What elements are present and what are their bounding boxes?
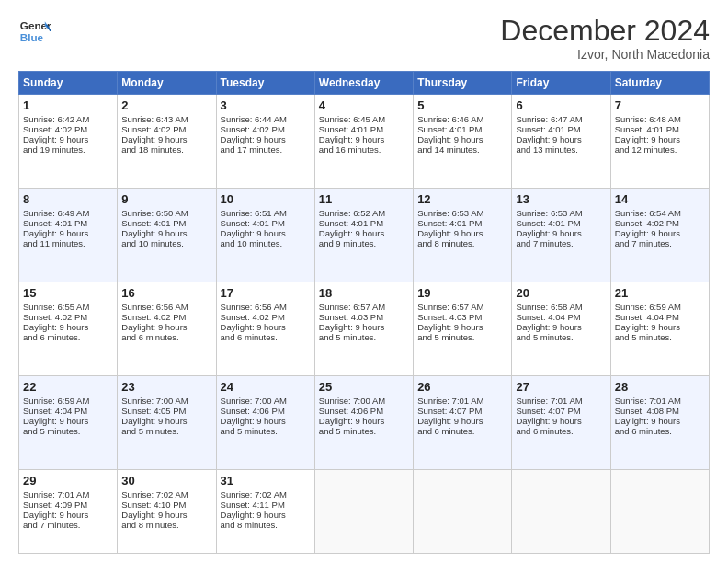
day-info-line: Sunrise: 7:01 AM bbox=[516, 396, 606, 406]
day-info-line: and 6 minutes. bbox=[23, 332, 113, 342]
day-info-line: Sunrise: 6:57 AM bbox=[417, 302, 507, 312]
day-number: 19 bbox=[417, 286, 507, 300]
header: General Blue December 2024 Izvor, North … bbox=[18, 15, 710, 62]
calendar-week-row: 1Sunrise: 6:42 AMSunset: 4:02 PMDaylight… bbox=[19, 95, 710, 189]
day-number: 11 bbox=[319, 192, 409, 206]
calendar-cell: 8Sunrise: 6:49 AMSunset: 4:01 PMDaylight… bbox=[19, 189, 118, 282]
day-info-line: Sunset: 4:01 PM bbox=[319, 218, 409, 228]
calendar-cell: 5Sunrise: 6:46 AMSunset: 4:01 PMDaylight… bbox=[414, 95, 512, 189]
day-info-line: Daylight: 9 hours bbox=[23, 510, 113, 520]
day-info-line: Sunset: 4:02 PM bbox=[615, 218, 705, 228]
calendar-cell: 31Sunrise: 7:02 AMSunset: 4:11 PMDayligh… bbox=[216, 469, 314, 553]
day-info-line: and 10 minutes. bbox=[121, 238, 211, 248]
day-info-line: Sunrise: 6:42 AM bbox=[23, 114, 113, 124]
day-info-line: Sunrise: 6:51 AM bbox=[221, 208, 311, 218]
col-header-tuesday: Tuesday bbox=[216, 72, 314, 95]
day-info-line: and 18 minutes. bbox=[121, 144, 211, 155]
day-info-line: and 8 minutes. bbox=[121, 520, 211, 530]
day-info-line: and 5 minutes. bbox=[319, 426, 409, 436]
calendar-cell: 13Sunrise: 6:53 AMSunset: 4:01 PMDayligh… bbox=[512, 189, 610, 282]
calendar-cell bbox=[314, 469, 413, 553]
day-number: 14 bbox=[615, 192, 705, 206]
day-info-line: and 8 minutes. bbox=[417, 238, 507, 248]
calendar-cell: 27Sunrise: 7:01 AMSunset: 4:07 PMDayligh… bbox=[512, 375, 610, 469]
day-info-line: and 6 minutes. bbox=[221, 332, 311, 342]
day-info-line: Sunset: 4:02 PM bbox=[221, 124, 311, 134]
day-number: 31 bbox=[221, 474, 311, 488]
day-info-line: Sunset: 4:02 PM bbox=[23, 124, 113, 134]
day-info-line: Sunrise: 6:50 AM bbox=[121, 208, 211, 218]
day-info-line: Daylight: 9 hours bbox=[121, 416, 211, 426]
day-info-line: Sunset: 4:04 PM bbox=[516, 312, 606, 322]
day-info-line: and 5 minutes. bbox=[221, 426, 311, 436]
day-number: 25 bbox=[319, 380, 409, 394]
day-info-line: Daylight: 9 hours bbox=[221, 416, 311, 426]
day-number: 27 bbox=[516, 380, 606, 394]
day-info-line: Sunset: 4:01 PM bbox=[516, 218, 606, 228]
calendar-cell: 6Sunrise: 6:47 AMSunset: 4:01 PMDaylight… bbox=[512, 95, 610, 189]
day-info-line: Sunrise: 6:53 AM bbox=[516, 208, 606, 218]
day-number: 10 bbox=[221, 192, 311, 206]
day-number: 16 bbox=[121, 286, 211, 300]
day-info-line: Sunset: 4:03 PM bbox=[417, 312, 507, 322]
calendar-week-row: 29Sunrise: 7:01 AMSunset: 4:09 PMDayligh… bbox=[19, 469, 710, 553]
day-info-line: Sunset: 4:09 PM bbox=[23, 500, 113, 510]
calendar-cell: 23Sunrise: 7:00 AMSunset: 4:05 PMDayligh… bbox=[118, 375, 216, 469]
day-info-line: Sunset: 4:01 PM bbox=[121, 218, 211, 228]
day-info-line: Sunrise: 7:00 AM bbox=[319, 396, 409, 406]
day-number: 4 bbox=[319, 98, 409, 112]
calendar-cell: 30Sunrise: 7:02 AMSunset: 4:10 PMDayligh… bbox=[118, 469, 216, 553]
day-info-line: and 5 minutes. bbox=[615, 332, 705, 342]
day-info-line: Sunrise: 7:01 AM bbox=[615, 396, 705, 406]
day-info-line: Sunset: 4:01 PM bbox=[516, 124, 606, 134]
day-number: 20 bbox=[516, 286, 606, 300]
calendar-cell bbox=[610, 469, 709, 553]
calendar-cell: 19Sunrise: 6:57 AMSunset: 4:03 PMDayligh… bbox=[414, 282, 512, 375]
day-info-line: Daylight: 9 hours bbox=[319, 134, 409, 144]
day-info-line: Sunset: 4:01 PM bbox=[23, 218, 113, 228]
day-info-line: Sunset: 4:04 PM bbox=[615, 312, 705, 322]
day-info-line: Sunset: 4:01 PM bbox=[319, 124, 409, 134]
calendar-cell: 15Sunrise: 6:55 AMSunset: 4:02 PMDayligh… bbox=[19, 282, 118, 375]
calendar-cell: 18Sunrise: 6:57 AMSunset: 4:03 PMDayligh… bbox=[314, 282, 413, 375]
day-info-line: Daylight: 9 hours bbox=[615, 134, 705, 144]
day-info-line: Daylight: 9 hours bbox=[221, 322, 311, 332]
calendar-cell: 4Sunrise: 6:45 AMSunset: 4:01 PMDaylight… bbox=[314, 95, 413, 189]
day-info-line: Daylight: 9 hours bbox=[121, 134, 211, 144]
day-info-line: Sunrise: 6:59 AM bbox=[615, 302, 705, 312]
day-info-line: Daylight: 9 hours bbox=[221, 228, 311, 238]
day-info-line: Sunrise: 6:58 AM bbox=[516, 302, 606, 312]
day-info-line: Daylight: 9 hours bbox=[23, 228, 113, 238]
day-info-line: Sunset: 4:03 PM bbox=[319, 312, 409, 322]
calendar-cell: 16Sunrise: 6:56 AMSunset: 4:02 PMDayligh… bbox=[118, 282, 216, 375]
day-info-line: Daylight: 9 hours bbox=[516, 228, 606, 238]
calendar-cell: 11Sunrise: 6:52 AMSunset: 4:01 PMDayligh… bbox=[314, 189, 413, 282]
day-info-line: and 16 minutes. bbox=[319, 144, 409, 155]
calendar-header-row: SundayMondayTuesdayWednesdayThursdayFrid… bbox=[19, 72, 710, 95]
day-info-line: Daylight: 9 hours bbox=[23, 134, 113, 144]
day-info-line: and 5 minutes. bbox=[319, 332, 409, 342]
day-number: 12 bbox=[417, 192, 507, 206]
day-info-line: and 19 minutes. bbox=[23, 144, 113, 155]
day-number: 9 bbox=[121, 192, 211, 206]
day-number: 29 bbox=[23, 474, 113, 488]
day-info-line: Sunset: 4:05 PM bbox=[121, 406, 211, 416]
day-number: 13 bbox=[516, 192, 606, 206]
day-info-line: Daylight: 9 hours bbox=[319, 228, 409, 238]
day-info-line: Daylight: 9 hours bbox=[615, 416, 705, 426]
calendar-cell: 28Sunrise: 7:01 AMSunset: 4:08 PMDayligh… bbox=[610, 375, 709, 469]
day-info-line: Sunrise: 6:44 AM bbox=[221, 114, 311, 124]
day-info-line: and 7 minutes. bbox=[23, 520, 113, 530]
day-info-line: Daylight: 9 hours bbox=[417, 322, 507, 332]
day-number: 7 bbox=[615, 98, 705, 112]
calendar-cell: 17Sunrise: 6:56 AMSunset: 4:02 PMDayligh… bbox=[216, 282, 314, 375]
day-info-line: Sunset: 4:10 PM bbox=[121, 500, 211, 510]
day-info-line: and 5 minutes. bbox=[121, 426, 211, 436]
calendar-cell: 24Sunrise: 7:00 AMSunset: 4:06 PMDayligh… bbox=[216, 375, 314, 469]
day-info-line: and 7 minutes. bbox=[615, 238, 705, 248]
day-info-line: Daylight: 9 hours bbox=[615, 322, 705, 332]
day-info-line: Daylight: 9 hours bbox=[121, 228, 211, 238]
day-info-line: Daylight: 9 hours bbox=[615, 228, 705, 238]
day-info-line: Sunrise: 6:43 AM bbox=[121, 114, 211, 124]
day-number: 21 bbox=[615, 286, 705, 300]
